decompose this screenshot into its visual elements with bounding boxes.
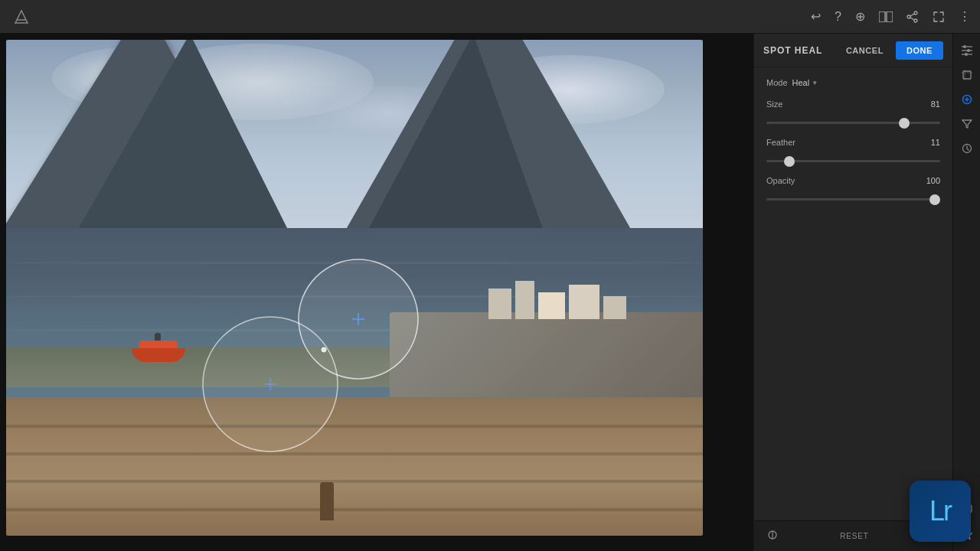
boat — [132, 339, 185, 362]
lr-badge: Lr — [910, 481, 971, 542]
svg-point-24 — [965, 53, 968, 56]
feather-label-row: Feather 11 — [766, 138, 940, 147]
crop-icon[interactable] — [956, 64, 978, 86]
svg-point-22 — [963, 45, 966, 48]
history-icon[interactable] — [956, 138, 978, 159]
building — [603, 296, 626, 319]
sky-layer — [6, 40, 703, 248]
building — [538, 292, 565, 319]
buildings-area — [488, 258, 642, 319]
dock-layer — [6, 397, 703, 536]
tools-icon[interactable] — [766, 529, 779, 543]
svg-rect-25 — [963, 71, 971, 79]
feather-label: Feather — [766, 138, 795, 147]
building — [515, 281, 534, 319]
topbar: ↩ ? ⊕ ⋮ — [0, 0, 980, 34]
dock-plank — [6, 425, 703, 428]
mountain-left2 — [67, 40, 297, 248]
compare-icon[interactable] — [879, 11, 893, 22]
share-icon[interactable] — [906, 11, 919, 23]
svg-rect-3 — [879, 11, 885, 22]
done-button[interactable]: DONE — [896, 41, 943, 60]
opacity-label-row: Opacity 100 — [766, 176, 940, 185]
feather-control: Feather 11 — [766, 138, 940, 165]
lr-badge-text: Lr — [929, 495, 951, 527]
panel-title: SPOT HEAL — [763, 45, 838, 56]
opacity-control: Opacity 100 — [766, 176, 940, 204]
svg-point-7 — [907, 15, 910, 18]
svg-point-6 — [914, 19, 917, 22]
svg-line-9 — [910, 18, 914, 20]
mountain-right2 — [358, 40, 550, 248]
boat-hull — [132, 348, 185, 362]
panel-header: SPOT HEAL CANCEL DONE — [754, 34, 952, 67]
canvas-area — [0, 34, 753, 551]
fullscreen-icon[interactable] — [933, 11, 945, 23]
reset-button[interactable]: RESET — [840, 532, 868, 540]
size-control: Size 81 — [766, 99, 940, 127]
opacity-slider[interactable] — [766, 198, 940, 201]
rocks-layer — [390, 312, 704, 396]
right-panel: SPOT HEAL CANCEL DONE Mode Heal ▼ Size 8… — [753, 34, 952, 551]
dock-plank — [6, 508, 703, 511]
size-label-row: Size 81 — [766, 99, 940, 109]
size-slider[interactable] — [766, 122, 940, 124]
more-icon[interactable]: ⋮ — [959, 9, 971, 24]
building — [488, 289, 511, 319]
side-icons-panel — [952, 34, 980, 551]
svg-rect-4 — [887, 11, 893, 22]
mode-row: Mode Heal ▼ — [766, 78, 940, 87]
mode-value: Heal — [792, 78, 810, 87]
mode-chevron-icon: ▼ — [812, 80, 818, 86]
photo-container[interactable] — [6, 40, 703, 536]
adjustments-icon[interactable] — [956, 40, 978, 61]
app-logo — [9, 5, 34, 29]
add-icon[interactable]: ⊕ — [855, 9, 865, 24]
feather-value: 11 — [931, 138, 940, 147]
topbar-icons: ↩ ? ⊕ ⋮ — [811, 9, 971, 24]
mode-selector[interactable]: Heal ▼ — [792, 78, 818, 87]
dock-plank — [6, 452, 703, 455]
svg-point-5 — [914, 11, 917, 15]
svg-point-23 — [967, 49, 970, 52]
size-label: Size — [766, 99, 782, 109]
svg-line-8 — [910, 14, 914, 16]
size-value: 81 — [931, 99, 940, 109]
undo-icon[interactable]: ↩ — [811, 9, 821, 24]
opacity-label: Opacity — [766, 176, 795, 185]
main-area: SPOT HEAL CANCEL DONE Mode Heal ▼ Size 8… — [0, 34, 980, 551]
building — [569, 285, 599, 319]
cancel-button[interactable]: CANCEL — [838, 41, 891, 60]
feather-slider[interactable] — [766, 160, 940, 162]
panel-controls: Mode Heal ▼ Size 81 Feather 11 — [754, 67, 952, 305]
spot-heal-icon[interactable] — [956, 89, 978, 110]
svg-rect-0 — [9, 5, 34, 29]
filters-icon[interactable] — [956, 113, 978, 135]
dock-plank — [6, 480, 703, 483]
dock-post — [320, 482, 334, 520]
opacity-value: 100 — [926, 176, 940, 185]
help-icon[interactable]: ? — [835, 10, 841, 24]
mode-label: Mode — [766, 78, 788, 87]
